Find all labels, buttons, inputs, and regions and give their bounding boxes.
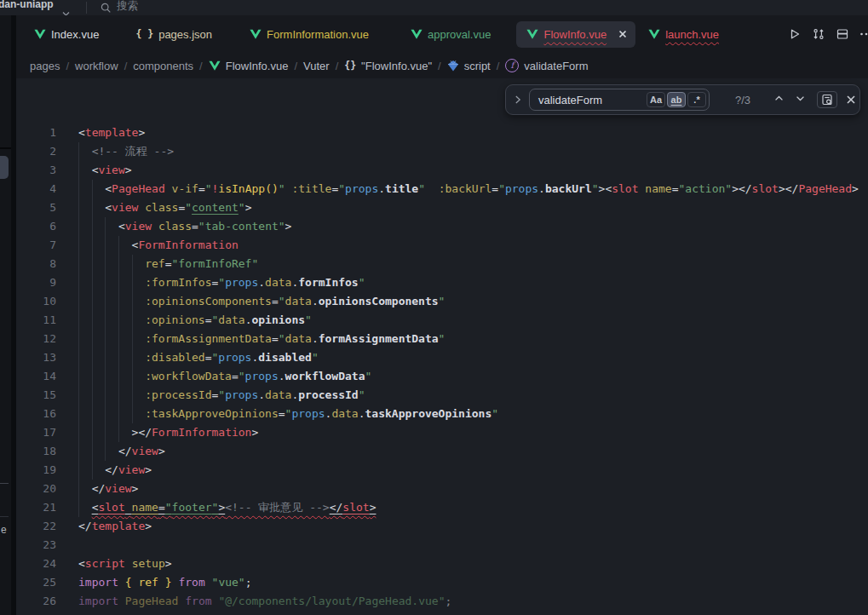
line-number[interactable]: 11: [16, 311, 56, 330]
indent-guide: [78, 330, 92, 348]
next-match-icon[interactable]: [794, 92, 807, 108]
line-number[interactable]: 4: [16, 180, 56, 198]
indent-guide: [118, 367, 132, 386]
code-line-19[interactable]: 19</view>: [16, 461, 868, 480]
indent-guide: [105, 217, 118, 236]
tool-window-button[interactable]: [0, 156, 9, 179]
code-line-4[interactable]: 4<PageHead v-if="!isInApp()" :title="pro…: [16, 180, 868, 198]
update-project-button[interactable]: [812, 27, 825, 41]
breadcrumb-item-validateForm[interactable]: fvalidateForm: [505, 59, 588, 72]
code-line-6[interactable]: 6<view class="tab-content">: [16, 217, 868, 236]
close-find-icon[interactable]: [846, 95, 856, 105]
line-number[interactable]: 6: [16, 217, 56, 236]
indent-guide: [78, 217, 92, 236]
code-line-18[interactable]: 18</view>: [16, 442, 868, 461]
code-line-1[interactable]: 1<template>: [16, 124, 868, 142]
code-line-26[interactable]: 26import PageHead from "@/components/lay…: [16, 592, 868, 611]
line-number[interactable]: 18: [16, 442, 56, 461]
find-option-.*[interactable]: .*: [687, 92, 706, 107]
breadcrumb-item-workflow[interactable]: workflow: [75, 60, 118, 72]
code-line-9[interactable]: 9:formInfos="props.data.formInfos": [16, 273, 868, 292]
sliver-line: [0, 147, 11, 149]
breadcrumb-item-pages[interactable]: pages: [30, 60, 60, 72]
line-number[interactable]: 1: [16, 124, 56, 142]
code-line-23[interactable]: 23: [16, 536, 868, 555]
more-button[interactable]: [859, 27, 868, 41]
indent-guide: [105, 386, 118, 405]
code-line-content: <FormInformation: [78, 236, 239, 255]
line-number[interactable]: 24: [16, 555, 56, 573]
code-line-10[interactable]: 10:opinionsComponents="data.opinionsComp…: [16, 292, 868, 311]
code-line-3[interactable]: 3<view>: [16, 161, 868, 180]
line-number[interactable]: 3: [16, 161, 56, 180]
breadcrumb-item-script[interactable]: script: [447, 60, 491, 72]
code-editor[interactable]: 1<template>2<!-- 流程 -->3<view>4<PageHead…: [16, 78, 868, 615]
open-in-find-window-button[interactable]: [817, 91, 837, 108]
code-line-content: </template>: [78, 517, 152, 536]
line-number[interactable]: 10: [16, 292, 56, 311]
indent-guide: [118, 348, 132, 367]
search-icon[interactable]: [100, 2, 112, 15]
line-number[interactable]: 17: [16, 423, 56, 442]
line-number[interactable]: 23: [16, 536, 56, 555]
breadcrumb-item-Vuter[interactable]: Vuter: [303, 60, 330, 72]
find-input[interactable]: validateForm Aaab.*: [529, 89, 710, 111]
code-line-11[interactable]: 11:opinions="data.opinions": [16, 311, 868, 330]
line-number[interactable]: 22: [16, 517, 56, 536]
code-line-content: :formAssignmentData="data.formAssignment…: [78, 330, 445, 348]
run-button[interactable]: [788, 27, 802, 41]
code-line-8[interactable]: 8ref="formInfoRef": [16, 255, 868, 273]
code-line-7[interactable]: 7<FormInformation: [16, 236, 868, 255]
code-line-25[interactable]: 25import { ref } from "vue";: [16, 573, 868, 592]
indent-guide: [92, 386, 106, 405]
indent-guide: [92, 180, 106, 198]
line-number[interactable]: 20: [16, 480, 56, 498]
project-selector[interactable]: dan-uniapp: [0, 0, 54, 12]
line-number[interactable]: 26: [16, 592, 56, 611]
code-line-15[interactable]: 15:processId="props.data.processId": [16, 386, 868, 405]
line-number[interactable]: 5: [16, 198, 56, 217]
breadcrumb-separator: /: [438, 60, 441, 72]
breadcrumb-item-FlowInfo.vue[interactable]: FlowInfo.vue: [209, 60, 289, 72]
line-number[interactable]: 8: [16, 255, 56, 273]
code-line-13[interactable]: 13:disabled="props.disabled": [16, 348, 868, 367]
sliver-line: [0, 516, 9, 517]
code-line-22[interactable]: 22</template>: [16, 517, 868, 536]
code-line-5[interactable]: 5<view class="content">: [16, 198, 868, 217]
line-number[interactable]: 15: [16, 386, 56, 405]
line-number[interactable]: 16: [16, 405, 56, 423]
line-number[interactable]: 19: [16, 461, 56, 480]
line-number[interactable]: 13: [16, 348, 56, 367]
code-line-17[interactable]: 17></FormInformation>: [16, 423, 868, 442]
editor-tab-strip: Index.vue{ }pages.jsonFormInformation.vu…: [16, 15, 868, 53]
indent-guide: [92, 198, 106, 217]
ide-main: Index.vue{ }pages.jsonFormInformation.vu…: [16, 15, 868, 615]
expand-replace-icon[interactable]: [512, 94, 524, 106]
breadcrumb-item-FlowInfo.vue[interactable]: {}"FlowInfo.vue": [344, 60, 432, 72]
line-number[interactable]: 25: [16, 573, 56, 592]
sliver-text: e: [1, 524, 7, 536]
find-option-ab[interactable]: ab: [667, 92, 686, 107]
search-input[interactable]: 搜索: [117, 0, 138, 14]
find-option-Aa[interactable]: Aa: [647, 92, 665, 107]
code-line-content: ref="formInfoRef": [78, 255, 258, 273]
line-number[interactable]: 7: [16, 236, 56, 255]
previous-match-icon[interactable]: [773, 92, 785, 108]
line-number[interactable]: 21: [16, 498, 56, 517]
code-line-12[interactable]: 12:formAssignmentData="data.formAssignme…: [16, 330, 868, 348]
line-number[interactable]: 14: [16, 367, 56, 386]
line-number[interactable]: 12: [16, 330, 56, 348]
split-editor-button[interactable]: [836, 27, 849, 41]
code-line-21[interactable]: 21<slot name="footer"><!-- 审批意见 --></slo…: [16, 498, 868, 517]
line-number[interactable]: 2: [16, 142, 56, 161]
line-number[interactable]: 9: [16, 273, 56, 292]
code-line-20[interactable]: 20</view>: [16, 480, 868, 498]
breadcrumb-item-components[interactable]: components: [133, 60, 193, 72]
code-line-2[interactable]: 2<!-- 流程 -->: [16, 142, 868, 161]
code-line-content: ></FormInformation>: [78, 423, 258, 442]
code-area[interactable]: 1<template>2<!-- 流程 -->3<view>4<PageHead…: [16, 78, 868, 611]
indent-guide: [78, 292, 92, 311]
code-line-24[interactable]: 24<script setup>: [16, 555, 868, 573]
code-line-16[interactable]: 16:taskApproveOpinions="props.data.taskA…: [16, 405, 868, 423]
code-line-14[interactable]: 14:workflowData="props.workflowData": [16, 367, 868, 386]
